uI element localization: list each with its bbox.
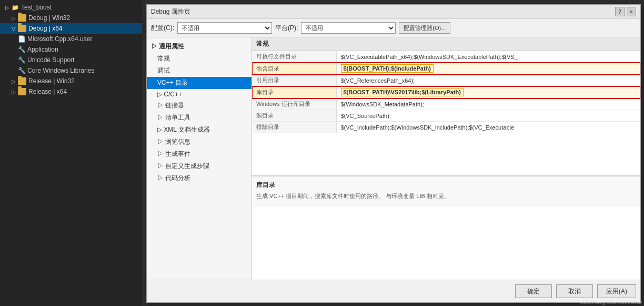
sidebar-item-label: Unicode Support bbox=[27, 56, 74, 64]
tree-item-label: ▷ 自定义生成步骤 bbox=[157, 162, 209, 171]
prop-name: 包含目录 bbox=[252, 63, 336, 75]
apply-button[interactable]: 应用(A) bbox=[597, 284, 636, 298]
folder-icon bbox=[18, 14, 26, 22]
table-row-lib[interactable]: 库目录 $(BOOST_PATH)\VS2017\lib;$(LibraryPa… bbox=[252, 86, 640, 98]
sidebar-item-label: Application bbox=[27, 46, 58, 53]
sidebar-item-release-win32[interactable]: ▷ Release | Win32 bbox=[0, 76, 142, 86]
tree-item-label: VC++ 目录 bbox=[157, 78, 188, 87]
tree-section-general[interactable]: ▷ 通用属性 bbox=[147, 41, 251, 53]
sidebar-item-label: Test_boost bbox=[21, 4, 52, 11]
sidebar-item-microsoft-cpp[interactable]: 📄 Microsoft.Cpp.x64.user bbox=[0, 34, 142, 44]
prop-name: 引用目录 bbox=[252, 75, 336, 86]
tree-item-xml-gen[interactable]: ▷ XML 文档生成器 bbox=[147, 124, 251, 136]
prop-value-highlight: $(BOOST_PATH)\VS2017\lib;$(LibraryPath) bbox=[341, 88, 464, 96]
tree-panel: ▷ 通用属性 常规 调试 VC++ 目录 ▷ C/C++ ▷ 链接器 bbox=[147, 37, 252, 280]
tree-item-label: 常规 bbox=[157, 54, 170, 63]
property-dialog: Debug 属性页 ? × 配置(C): 不适用 平台(P): 不适用 配置管理… bbox=[146, 4, 641, 303]
watermark: https://blog.csdn.net/zbbzb bbox=[579, 299, 642, 305]
folder-icon bbox=[18, 88, 26, 95]
prop-value-text: $(VC_ReferencesPath_x64); bbox=[341, 77, 415, 84]
arrow-icon: ▷ bbox=[11, 15, 17, 21]
tree-item-label: ▷ 代码分析 bbox=[157, 174, 190, 183]
platform-label: 平台(P): bbox=[275, 24, 298, 33]
prop-value: $(BOOST_PATH);$(IncludePath) bbox=[336, 63, 640, 75]
description-title: 库目录 bbox=[256, 181, 636, 190]
prop-value-text: $(VC_IncludePath);$(WindowsSDK_IncludePa… bbox=[341, 124, 515, 131]
prop-name: Windows 运行库目录 bbox=[252, 98, 336, 110]
help-button[interactable]: ? bbox=[615, 7, 625, 16]
tree-item-debug[interactable]: 调试 bbox=[147, 65, 251, 77]
prop-value: $(VC_ExecutablePath_x64);$(WindowsSDK_Ex… bbox=[336, 51, 640, 63]
sidebar-item-core-windows-libs[interactable]: 🔧 Core Windows Libraries bbox=[0, 65, 142, 76]
dialog-controls: ? × bbox=[615, 7, 636, 16]
table-row[interactable]: Windows 运行库目录 $(WindowsSDK_MetadataPath)… bbox=[252, 98, 640, 110]
sidebar-item-unicode-support[interactable]: 🔧 Unicode Support bbox=[0, 55, 142, 65]
tree-item-cpp[interactable]: ▷ C/C++ bbox=[147, 89, 251, 100]
ok-button[interactable]: 确定 bbox=[515, 284, 552, 298]
table-row[interactable]: 引用目录 $(VC_ReferencesPath_x64); bbox=[252, 75, 640, 86]
dialog-titlebar: Debug 属性页 ? × bbox=[147, 5, 640, 19]
prop-value-text: $(VC_ExecutablePath_x64);$(WindowsSDK_Ex… bbox=[341, 54, 518, 60]
tree-item-label: ▷ 浏览信息 bbox=[157, 137, 190, 146]
sidebar-item-test-boost[interactable]: ▷ 📁 Test_boost bbox=[0, 2, 142, 13]
sidebar-item-label: Debug | Win32 bbox=[28, 14, 70, 22]
table-row[interactable]: 排除目录 $(VC_IncludePath);$(WindowsSDK_Incl… bbox=[252, 122, 640, 133]
arrow-icon: ▷ bbox=[11, 78, 17, 84]
prop-value: $(VC_ReferencesPath_x64); bbox=[336, 75, 640, 86]
prop-name: 库目录 bbox=[252, 86, 336, 98]
sidebar-item-debug-x64[interactable]: ▽ Debug | x64 bbox=[0, 23, 142, 34]
tree-item-label: 调试 bbox=[157, 66, 170, 75]
table-row[interactable]: 源目录 $(VC_SourcePath); bbox=[252, 110, 640, 122]
sidebar-item-label: Core Windows Libraries bbox=[27, 67, 94, 74]
config-select[interactable]: 不适用 bbox=[177, 22, 272, 34]
tree-item-label: ▷ 清单工具 bbox=[157, 113, 190, 122]
wrench-icon: 🔧 bbox=[18, 56, 25, 64]
tree-item-manifest[interactable]: ▷ 清单工具 bbox=[147, 112, 251, 124]
close-button[interactable]: × bbox=[627, 7, 636, 16]
arrow-icon: ▽ bbox=[11, 25, 17, 32]
content-panel: 常规 可执行文件目录 $(VC_ExecutablePath_x64);$(Wi… bbox=[252, 37, 640, 280]
manager-button[interactable]: 配置管理器(O)... bbox=[399, 22, 450, 34]
sidebar-item-application[interactable]: 🔧 Application bbox=[0, 44, 142, 55]
prop-value: $(VC_SourcePath); bbox=[336, 110, 640, 122]
prop-name: 可执行文件目录 bbox=[252, 51, 336, 63]
arrow-icon: ▷ bbox=[4, 4, 11, 11]
tree-item-label: ▷ 生成事件 bbox=[157, 150, 190, 159]
description-area: 库目录 生成 VC++ 项目期间，搜索库文件时使用的路径。 与环境变量 LIB … bbox=[252, 175, 640, 207]
sidebar: ▷ 📁 Test_boost ▷ Debug | Win32 ▽ Debug |… bbox=[0, 0, 142, 306]
tree-section-header-label: ▷ 通用属性 bbox=[151, 42, 184, 51]
sidebar-item-label: Release | x64 bbox=[28, 88, 67, 95]
cancel-button[interactable]: 取消 bbox=[556, 284, 593, 298]
platform-select[interactable]: 不适用 bbox=[301, 22, 396, 34]
table-row[interactable]: 可执行文件目录 $(VC_ExecutablePath_x64);$(Windo… bbox=[252, 51, 640, 63]
file-icon: 📄 bbox=[18, 35, 25, 43]
tree-item-linker[interactable]: ▷ 链接器 bbox=[147, 100, 251, 112]
prop-value: $(BOOST_PATH)\VS2017\lib;$(LibraryPath) bbox=[336, 86, 640, 98]
tree-item-label: ▷ XML 文档生成器 bbox=[157, 125, 210, 134]
description-text: 生成 VC++ 项目期间，搜索库文件时使用的路径。 与环境变量 LIB 相对应。 bbox=[256, 192, 636, 201]
tree-item-label: ▷ 链接器 bbox=[157, 101, 184, 110]
tree-item-build-events[interactable]: ▷ 生成事件 bbox=[147, 148, 251, 160]
property-table: 可执行文件目录 $(VC_ExecutablePath_x64);$(Windo… bbox=[252, 51, 640, 133]
dialog-toolbar: 配置(C): 不适用 平台(P): 不适用 配置管理器(O)... bbox=[147, 19, 640, 37]
tree-item-custom-build[interactable]: ▷ 自定义生成步骤 bbox=[147, 160, 251, 172]
sidebar-item-debug-win32[interactable]: ▷ Debug | Win32 bbox=[0, 13, 142, 23]
prop-value-text: $(VC_SourcePath); bbox=[341, 113, 391, 119]
folder-icon bbox=[18, 77, 26, 85]
prop-name: 排除目录 bbox=[252, 122, 336, 133]
prop-value: $(WindowsSDK_MetadataPath); bbox=[336, 98, 640, 110]
sidebar-item-label: Release | Win32 bbox=[28, 77, 75, 85]
wrench-icon: 🔧 bbox=[18, 67, 25, 74]
table-row-include[interactable]: 包含目录 $(BOOST_PATH);$(IncludePath) bbox=[252, 63, 640, 75]
tree-item-vc-dirs[interactable]: VC++ 目录 bbox=[147, 77, 251, 89]
content-section-header: 常规 bbox=[252, 37, 640, 51]
tree-item-general[interactable]: 常规 bbox=[147, 53, 251, 65]
tree-item-browse[interactable]: ▷ 浏览信息 bbox=[147, 136, 251, 148]
tree-item-code-analysis[interactable]: ▷ 代码分析 bbox=[147, 172, 251, 184]
dialog-title: Debug 属性页 bbox=[151, 7, 190, 16]
sidebar-item-release-x64[interactable]: ▷ Release | x64 bbox=[0, 86, 142, 97]
config-label: 配置(C): bbox=[151, 24, 174, 33]
sidebar-item-label: Debug | x64 bbox=[28, 25, 63, 32]
dialog-body: ▷ 通用属性 常规 调试 VC++ 目录 ▷ C/C++ ▷ 链接器 bbox=[147, 37, 640, 280]
prop-value-text: $(WindowsSDK_MetadataPath); bbox=[341, 101, 424, 107]
